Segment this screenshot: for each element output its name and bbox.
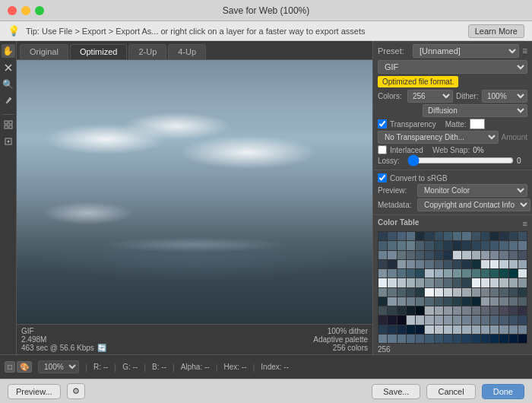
color-swatch[interactable] [490, 325, 499, 334]
color-swatch[interactable] [388, 260, 396, 268]
slice-tool[interactable] [2, 61, 15, 75]
color-swatch[interactable] [388, 306, 396, 315]
color-swatch[interactable] [490, 278, 499, 287]
color-swatch[interactable] [518, 306, 527, 315]
color-swatch[interactable] [435, 288, 443, 297]
color-swatch[interactable] [499, 297, 508, 306]
toggle-slices-tool[interactable] [2, 118, 15, 132]
tab-original[interactable]: Original [20, 44, 68, 59]
color-swatch[interactable] [499, 251, 508, 259]
color-swatch[interactable] [425, 297, 433, 306]
color-swatch[interactable] [462, 316, 470, 324]
color-swatch[interactable] [481, 269, 489, 278]
color-swatch[interactable] [444, 297, 452, 306]
color-swatch[interactable] [416, 278, 424, 287]
color-swatch[interactable] [444, 278, 452, 287]
color-swatch[interactable] [388, 278, 396, 287]
color-swatch[interactable] [472, 278, 480, 287]
color-swatch[interactable] [416, 241, 424, 249]
color-swatch[interactable] [453, 251, 461, 259]
color-swatch[interactable] [378, 269, 387, 278]
color-swatch[interactable] [462, 325, 470, 334]
color-swatch[interactable] [416, 288, 424, 297]
color-swatch[interactable] [397, 325, 406, 334]
color-swatch[interactable] [490, 260, 499, 268]
color-swatch[interactable] [435, 297, 443, 306]
color-swatch[interactable] [481, 251, 489, 259]
color-swatch[interactable] [397, 278, 406, 287]
color-swatch[interactable] [509, 316, 518, 324]
color-swatch[interactable] [453, 269, 461, 278]
learn-more-button[interactable]: Learn More [468, 24, 524, 38]
color-swatch[interactable] [509, 232, 518, 240]
zoom-select[interactable]: 100%50%200% [38, 360, 79, 373]
color-swatch[interactable] [481, 335, 489, 343]
color-swatch[interactable] [444, 241, 452, 249]
color-swatch[interactable] [435, 306, 443, 315]
color-swatch[interactable] [499, 335, 508, 343]
color-swatch[interactable] [499, 306, 508, 315]
colors-select[interactable]: 25612864 [407, 90, 453, 103]
tab-2up[interactable]: 2-Up [128, 44, 166, 59]
slice-visibility-button[interactable]: □ [5, 361, 15, 373]
color-swatch[interactable] [435, 316, 443, 324]
color-swatch[interactable] [397, 335, 406, 343]
transparency-dither-select[interactable]: No Transparency Dith... [378, 131, 499, 144]
color-swatch[interactable] [407, 325, 415, 334]
color-swatch[interactable] [509, 325, 518, 334]
color-swatch[interactable] [462, 260, 470, 268]
zoom-tool[interactable]: 🔍 [2, 78, 15, 91]
color-swatch[interactable] [388, 288, 396, 297]
color-swatch[interactable] [472, 306, 480, 315]
color-swatch[interactable] [444, 269, 452, 278]
color-swatch[interactable] [444, 232, 452, 240]
color-swatch[interactable] [416, 306, 424, 315]
save-button[interactable]: Save... [372, 384, 420, 399]
color-swatch[interactable] [435, 232, 443, 240]
preset-options-icon[interactable]: ≡ [522, 46, 527, 56]
color-swatch[interactable] [481, 316, 489, 324]
color-swatch[interactable] [378, 316, 387, 324]
color-swatch[interactable] [509, 288, 518, 297]
color-swatch[interactable] [472, 316, 480, 324]
matte-color-swatch[interactable] [470, 119, 485, 129]
color-swatch[interactable] [407, 241, 415, 249]
color-swatch[interactable] [407, 288, 415, 297]
maximize-button[interactable] [35, 6, 44, 15]
preset-select[interactable]: [Unnamed] [413, 44, 519, 58]
color-swatch[interactable] [481, 288, 489, 297]
color-swatch[interactable] [444, 325, 452, 334]
color-swatch[interactable] [416, 269, 424, 278]
color-swatch[interactable] [388, 269, 396, 278]
color-swatch[interactable] [397, 316, 406, 324]
color-swatch[interactable] [425, 278, 433, 287]
color-swatch[interactable] [499, 278, 508, 287]
color-swatch[interactable] [416, 251, 424, 259]
interlaced-checkbox[interactable] [378, 145, 387, 154]
color-swatch[interactable] [481, 241, 489, 249]
color-swatch[interactable] [388, 335, 396, 343]
color-swatch[interactable] [416, 232, 424, 240]
color-swatch[interactable] [518, 260, 527, 268]
color-swatch[interactable] [509, 306, 518, 315]
color-swatch[interactable] [388, 297, 396, 306]
color-swatch[interactable] [518, 278, 527, 287]
color-swatch[interactable] [490, 335, 499, 343]
color-swatch[interactable] [378, 288, 387, 297]
color-swatch[interactable] [378, 335, 387, 343]
color-swatch[interactable] [388, 241, 396, 249]
color-swatch[interactable] [425, 269, 433, 278]
color-swatch[interactable] [444, 306, 452, 315]
color-swatch[interactable] [462, 335, 470, 343]
color-swatch[interactable] [378, 260, 387, 268]
color-swatch[interactable] [499, 260, 508, 268]
color-swatch[interactable] [472, 325, 480, 334]
color-swatch[interactable] [397, 251, 406, 259]
color-swatch[interactable] [462, 241, 470, 249]
color-swatch[interactable] [444, 316, 452, 324]
color-swatch[interactable] [472, 335, 480, 343]
color-swatch[interactable] [453, 297, 461, 306]
color-swatch[interactable] [378, 325, 387, 334]
color-swatch[interactable] [435, 260, 443, 268]
settings-button[interactable]: ⚙ [67, 383, 85, 399]
